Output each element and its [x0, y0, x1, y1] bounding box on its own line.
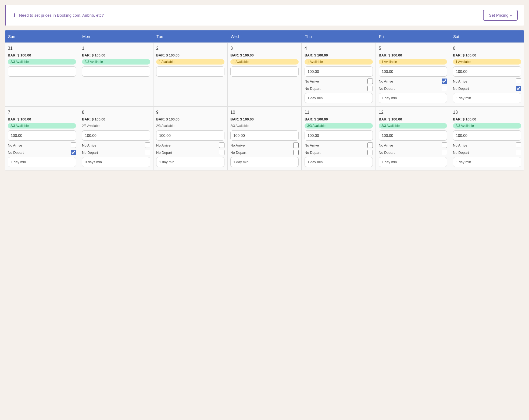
- bar-price-31: BAR: $ 100.00: [8, 53, 76, 57]
- min-stay-input-6[interactable]: [453, 93, 521, 103]
- no-arrive-checkbox-5[interactable]: [442, 79, 447, 84]
- no-depart-checkbox-8[interactable]: [145, 150, 150, 155]
- banner-message-area: ⬇ Need to set prices in Booking.com, Air…: [12, 12, 104, 18]
- no-arrive-checkbox-10[interactable]: [293, 143, 299, 148]
- min-stay-input-5[interactable]: [379, 93, 447, 103]
- bar-price-9: BAR: $ 100.00: [156, 117, 224, 121]
- availability-badge-3: 1 Available: [230, 59, 299, 65]
- bar-price-7: BAR: $ 100.00: [8, 117, 76, 121]
- no-arrive-row-10: No Arrive: [230, 143, 299, 148]
- availability-badge-5: 1 Available: [379, 59, 447, 65]
- no-arrive-row-4: No Arrive: [305, 79, 373, 84]
- min-stay-input-12[interactable]: [379, 157, 447, 167]
- no-arrive-row-6: No Arrive: [453, 79, 521, 84]
- no-arrive-checkbox-11[interactable]: [367, 143, 373, 148]
- min-stay-input-8[interactable]: [82, 157, 150, 167]
- min-stay-input-10[interactable]: [230, 157, 299, 167]
- day-number-6: 6: [453, 46, 521, 51]
- no-arrive-checkbox-13[interactable]: [516, 143, 521, 148]
- price-input-10[interactable]: [230, 130, 299, 141]
- no-arrive-checkbox-4[interactable]: [367, 79, 373, 84]
- no-arrive-checkbox-8[interactable]: [145, 143, 150, 148]
- availability-badge-12: 3/3 Available: [379, 123, 447, 129]
- no-depart-checkbox-12[interactable]: [442, 150, 447, 155]
- bar-price-5: BAR: $ 100.00: [379, 53, 447, 57]
- availability-badge-2: 1 Available: [156, 59, 224, 65]
- no-depart-checkbox-9[interactable]: [219, 150, 224, 155]
- price-input-empty-31[interactable]: [8, 66, 76, 77]
- bar-price-3: BAR: $ 100.00: [230, 53, 299, 57]
- no-depart-checkbox-10[interactable]: [293, 150, 299, 155]
- price-input-12[interactable]: [379, 130, 447, 141]
- price-input-7[interactable]: [8, 130, 76, 141]
- banner-message: Need to set prices in Booking.com, Airbn…: [19, 13, 104, 17]
- day-number-1: 1: [82, 46, 150, 51]
- no-arrive-row-11: No Arrive: [305, 143, 373, 148]
- price-input-13[interactable]: [453, 130, 521, 141]
- no-depart-row-13: No Depart: [453, 150, 521, 155]
- download-icon: ⬇: [12, 12, 16, 18]
- no-depart-label-10: No Depart: [230, 151, 246, 155]
- price-input-4[interactable]: [305, 66, 373, 77]
- price-input-empty-2[interactable]: [156, 66, 224, 77]
- no-arrive-checkbox-7[interactable]: [71, 143, 76, 148]
- day-number-31: 31: [8, 46, 76, 51]
- no-depart-checkbox-5[interactable]: [442, 86, 447, 91]
- no-arrive-label-6: No Arrive: [453, 79, 467, 83]
- day-cell-2: 2BAR: $ 100.001 Available: [153, 42, 227, 106]
- day-cell-13: 13BAR: $ 100.003/3 AvailableNo ArriveNo …: [450, 106, 524, 170]
- day-cell-7: 7BAR: $ 100.003/3 AvailableNo ArriveNo D…: [5, 106, 79, 170]
- no-depart-label-8: No Depart: [82, 151, 98, 155]
- bar-price-12: BAR: $ 100.00: [379, 117, 447, 121]
- no-arrive-checkbox-9[interactable]: [219, 143, 224, 148]
- min-stay-input-4[interactable]: [305, 93, 373, 103]
- price-input-6[interactable]: [453, 66, 521, 77]
- no-depart-checkbox-7[interactable]: [71, 150, 76, 155]
- day-number-4: 4: [305, 46, 373, 51]
- calendar-header-sat: Sat: [450, 30, 524, 42]
- price-input-8[interactable]: [82, 130, 150, 141]
- no-arrive-row-9: No Arrive: [156, 143, 224, 148]
- calendar-container: SunMonTueWedThuFriSat31BAR: $ 100.003/3 …: [5, 30, 524, 170]
- day-cell-5: 5BAR: $ 100.001 AvailableNo ArriveNo Dep…: [376, 42, 450, 106]
- price-input-11[interactable]: [305, 130, 373, 141]
- price-input-5[interactable]: [379, 66, 447, 77]
- calendar-header-sun: Sun: [5, 30, 79, 42]
- availability-badge-31: 3/3 Available: [8, 59, 76, 65]
- no-depart-label-12: No Depart: [379, 151, 395, 155]
- no-depart-label-7: No Depart: [8, 151, 24, 155]
- bar-price-13: BAR: $ 100.00: [453, 117, 521, 121]
- no-arrive-row-8: No Arrive: [82, 143, 150, 148]
- price-input-9[interactable]: [156, 130, 224, 141]
- price-input-empty-1[interactable]: [82, 66, 150, 77]
- day-cell-8: 8BAR: $ 100.002/3 AvailableNo ArriveNo D…: [79, 106, 153, 170]
- no-depart-row-8: No Depart: [82, 150, 150, 155]
- day-cell-6: 6BAR: $ 100.001 AvailableNo ArriveNo Dep…: [450, 42, 524, 106]
- set-pricing-button[interactable]: Set Pricing »: [483, 10, 518, 21]
- min-stay-input-9[interactable]: [156, 157, 224, 167]
- no-depart-checkbox-13[interactable]: [516, 150, 521, 155]
- no-depart-label-11: No Depart: [305, 151, 320, 155]
- min-stay-input-7[interactable]: [8, 157, 76, 167]
- no-depart-checkbox-6[interactable]: [516, 86, 521, 91]
- day-number-12: 12: [379, 110, 447, 115]
- no-arrive-label-13: No Arrive: [453, 143, 467, 147]
- bar-price-6: BAR: $ 100.00: [453, 53, 521, 57]
- day-number-3: 3: [230, 46, 299, 51]
- no-arrive-checkbox-6[interactable]: [516, 79, 521, 84]
- price-input-empty-3[interactable]: [230, 66, 299, 77]
- day-cell-11: 11BAR: $ 100.003/3 AvailableNo ArriveNo …: [302, 106, 376, 170]
- no-depart-row-10: No Depart: [230, 150, 299, 155]
- no-arrive-label-5: No Arrive: [379, 79, 393, 83]
- day-cell-9: 9BAR: $ 100.002/3 AvailableNo ArriveNo D…: [153, 106, 227, 170]
- day-number-5: 5: [379, 46, 447, 51]
- availability-badge-10: 2/3 Available: [230, 123, 299, 129]
- no-depart-checkbox-11[interactable]: [367, 150, 373, 155]
- no-arrive-label-10: No Arrive: [230, 143, 245, 147]
- min-stay-input-13[interactable]: [453, 157, 521, 167]
- no-arrive-checkbox-12[interactable]: [442, 143, 447, 148]
- calendar-header-thu: Thu: [302, 30, 376, 42]
- min-stay-input-11[interactable]: [305, 157, 373, 167]
- no-depart-checkbox-4[interactable]: [367, 86, 373, 91]
- no-depart-row-4: No Depart: [305, 86, 373, 91]
